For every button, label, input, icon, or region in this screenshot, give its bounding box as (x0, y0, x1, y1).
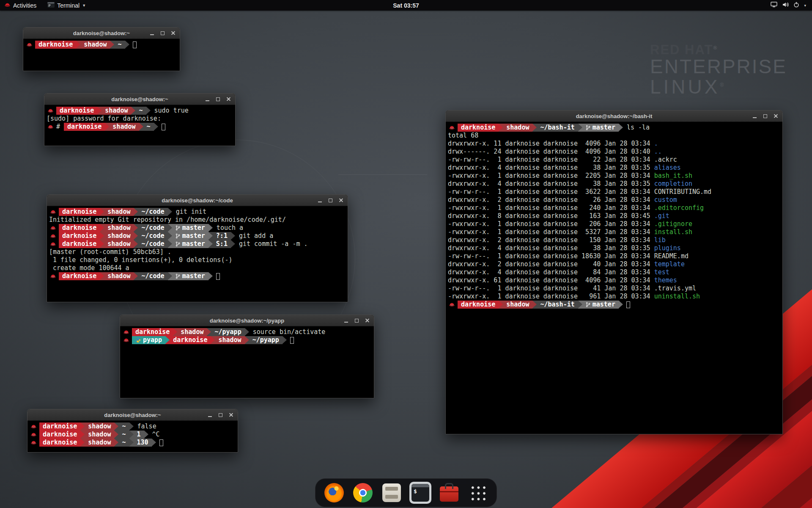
desktop[interactable]: RED HAT® ENTERPRISE LINUX® Activities Te… (0, 0, 812, 508)
titlebar[interactable]: darknoise@shadow:~ (44, 94, 235, 105)
powerline-separator (146, 107, 151, 115)
dock-item-firefox[interactable] (323, 482, 345, 504)
minimize-button[interactable] (149, 30, 155, 36)
close-button[interactable] (226, 97, 231, 102)
terminal-text: false (134, 422, 156, 431)
dock-item-files[interactable] (381, 482, 403, 504)
prompt-segment-host: shadow (177, 328, 207, 336)
terminal-line: darknoiseshadow~/pyapp source bin/activa… (122, 328, 372, 336)
prompt-redhat-icon (449, 124, 455, 131)
minimize-button[interactable] (207, 412, 213, 418)
powerline-separator (152, 439, 156, 447)
powerline-separator (208, 232, 213, 240)
dock-item-show-applications[interactable] (467, 482, 489, 504)
activities-button[interactable]: Activities (0, 0, 41, 11)
titlebar[interactable]: darknoise@shadow:~ (27, 409, 238, 421)
titlebar[interactable]: darknoise@shadow:~/bash-it (446, 110, 782, 122)
terminal-text: drwxrwxr-x. 4 darknoise darknoise 84 Jan… (448, 268, 654, 276)
prompt-segment-user: darknoise (35, 41, 76, 49)
titlebar[interactable]: darknoise@shadow:~/code (47, 195, 348, 206)
prompt-segment-exit: 130 (134, 439, 152, 447)
terminal-line: drwxrwxr-x. 4 darknoise darknoise 84 Jan… (448, 268, 780, 276)
terminal-window-pyapp[interactable]: darknoise@shadow:~/pyapp darknoiseshadow… (120, 315, 374, 398)
terminal-window-sudo[interactable]: darknoise@shadow:~ darknoiseshadow~ sudo… (44, 93, 236, 146)
volume-icon (782, 2, 789, 9)
maximize-button[interactable] (218, 412, 223, 418)
powerline-separator (100, 272, 104, 280)
prompt-segment-host: shadow (104, 272, 134, 280)
terminal-text: drwx------. 24 darknoise darknoise 4096 … (448, 148, 654, 156)
terminal-text: [sudo] password for darknoise: (47, 115, 165, 123)
terminal-line: darknoiseshadow~ (25, 41, 178, 49)
terminal-line: drwxrwxr-x. 4 darknoise darknoise 38 Jan… (448, 244, 780, 252)
terminal-text: . (654, 140, 658, 148)
powerline-separator (129, 422, 134, 431)
powerline-separator (619, 124, 623, 132)
display-icon (771, 2, 777, 9)
maximize-button[interactable] (354, 318, 359, 323)
dock-item-terminal[interactable]: $ (409, 482, 431, 504)
maximize-button[interactable] (763, 113, 768, 119)
terminal-screen[interactable]: darknoiseshadow~ falsedarknoiseshadow~1 … (27, 421, 238, 452)
terminal-line: drwxrwxr-x. 61 darknoise darknoise 4096 … (448, 276, 780, 284)
terminal-window-code[interactable]: darknoise@shadow:~/code darknoiseshadow~… (47, 194, 348, 302)
dock-item-chrome[interactable] (352, 482, 374, 504)
prompt-segment-exit: 1 (134, 431, 144, 439)
prompt-redhat-icon (30, 423, 37, 430)
terminal-text: .git (654, 212, 669, 220)
terminal-screen[interactable]: darknoiseshadow~/pyapp source bin/activa… (120, 326, 374, 398)
prompt-segment-user: darknoise (59, 240, 100, 248)
terminal-window-bash-it[interactable]: darknoise@shadow:~/bash-it darknoiseshad… (445, 110, 783, 434)
minimize-button[interactable] (317, 198, 323, 203)
close-button[interactable] (338, 198, 344, 203)
close-button[interactable] (228, 412, 234, 418)
titlebar[interactable]: darknoise@shadow:~/pyapp (120, 315, 374, 326)
terminal-screen[interactable]: darknoiseshadow~ sudo true[sudo] passwor… (44, 105, 235, 146)
prompt-segment-user: darknoise (170, 336, 211, 344)
terminal-line: darknoiseshadow~/bash-itmaster (448, 301, 780, 309)
powerline-separator (114, 431, 118, 439)
terminal-line: -rwxrwxr-x. 1 darknoise darknoise 2205 J… (448, 172, 780, 180)
prompt-segment-state: ?:1 (213, 232, 231, 240)
terminal-text: plugins (654, 244, 681, 252)
terminal-screen[interactable]: darknoiseshadow~/code git initInitialize… (47, 206, 348, 302)
terminal-screen[interactable]: darknoiseshadow~/bash-itmaster ls -latot… (446, 122, 782, 434)
prompt-redhat-icon (50, 225, 56, 231)
terminal-screen[interactable]: darknoiseshadow~ (23, 39, 180, 71)
maximize-button[interactable] (160, 30, 165, 36)
clock[interactable]: Sat 03:57 (393, 2, 419, 9)
prompt-redhat-icon (47, 124, 54, 130)
minimize-button[interactable] (752, 113, 757, 119)
terminal-text: -rwxrwxr-x. 1 darknoise darknoise 2205 J… (448, 172, 654, 180)
titlebar[interactable]: darknoise@shadow:~ (23, 28, 180, 39)
chrome-icon (353, 483, 373, 502)
app-menu-terminal[interactable]: Terminal ▼ (43, 0, 90, 11)
close-button[interactable] (365, 318, 370, 323)
close-button[interactable] (773, 113, 779, 119)
powerline-separator (578, 301, 582, 309)
terminal-line: darknoiseshadow~/codemaster (49, 272, 346, 280)
terminal-text: lib (654, 236, 666, 244)
dock-item-toolbox[interactable] (438, 482, 460, 504)
powerline-separator (168, 272, 172, 280)
minimize-button[interactable] (205, 97, 210, 102)
powerline-separator (129, 439, 134, 447)
top-bar: Activities Terminal ▼ Sat 03:57 ▾ (0, 0, 812, 11)
prompt-redhat-icon (50, 241, 56, 247)
system-status-area[interactable]: ▾ (765, 0, 812, 11)
terminal-window-exit-codes[interactable]: darknoise@shadow:~ darknoiseshadow~ fals… (27, 409, 238, 453)
powerline-separator (100, 240, 104, 248)
minimize-button[interactable] (343, 318, 349, 323)
maximize-button[interactable] (328, 198, 333, 203)
close-button[interactable] (170, 30, 176, 36)
terminal-window-home-a[interactable]: darknoise@shadow:~ darknoiseshadow~ (23, 27, 180, 71)
powerline-separator (231, 232, 235, 240)
window-title: darknoise@shadow:~/bash-it (576, 113, 653, 119)
prompt-segment-branch: master (172, 232, 208, 240)
terminal-line: darknoiseshadow~1 ^C (30, 431, 236, 439)
powerline-separator (100, 232, 104, 240)
terminal-text: sudo true (151, 107, 189, 115)
powerline-separator (211, 336, 215, 344)
maximize-button[interactable] (215, 97, 221, 102)
prompt-segment-host: shadow (109, 123, 139, 131)
